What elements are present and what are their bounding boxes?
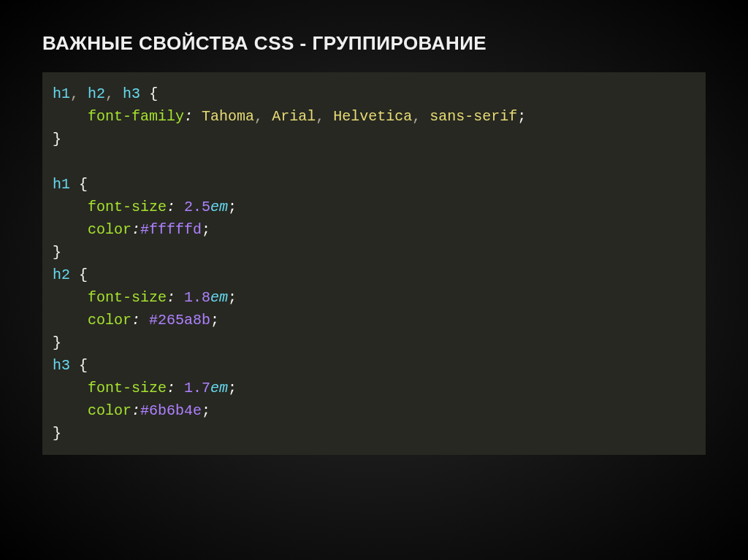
indent bbox=[53, 380, 88, 396]
code-line: } bbox=[53, 425, 61, 442]
selector-h3: h3 bbox=[123, 85, 140, 102]
code-line: font-size: 1.7em; bbox=[53, 380, 237, 396]
selector-h1: h1 bbox=[53, 85, 70, 102]
space bbox=[70, 357, 79, 374]
space bbox=[175, 289, 184, 306]
space bbox=[140, 312, 149, 329]
semicolon: ; bbox=[228, 380, 237, 396]
indent bbox=[53, 108, 88, 125]
colon: : bbox=[184, 108, 193, 125]
space bbox=[70, 176, 79, 193]
code-line: } bbox=[53, 334, 61, 351]
property-font-size: font-size bbox=[88, 199, 167, 215]
comma: , bbox=[412, 108, 421, 125]
close-brace: } bbox=[53, 334, 61, 351]
selector-h2: h2 bbox=[88, 85, 105, 102]
code-line: color:#6b6b4e; bbox=[53, 402, 210, 419]
number: 2.5 bbox=[184, 199, 210, 215]
colon: : bbox=[167, 289, 175, 306]
code-line: h3 { bbox=[53, 357, 88, 374]
property-color: color bbox=[88, 221, 131, 238]
unit-em: em bbox=[210, 289, 228, 306]
value-sans-serif: sans-serif bbox=[430, 108, 517, 125]
code-line: color: #265a8b; bbox=[53, 312, 219, 329]
indent bbox=[53, 312, 88, 329]
hex-color: #6b6b4e bbox=[140, 402, 202, 419]
code-line: font-size: 2.5em; bbox=[53, 199, 237, 215]
comma: , bbox=[254, 108, 263, 125]
property-font-size: font-size bbox=[88, 380, 167, 396]
close-brace: } bbox=[53, 131, 61, 147]
open-brace: { bbox=[149, 85, 158, 102]
colon: : bbox=[131, 402, 140, 419]
comma: , bbox=[105, 85, 114, 102]
semicolon: ; bbox=[202, 402, 210, 419]
space bbox=[175, 199, 184, 215]
space bbox=[324, 108, 333, 125]
value-tahoma: Tahoma bbox=[202, 108, 254, 125]
code-line: h1 { bbox=[53, 176, 88, 193]
property-color: color bbox=[88, 312, 131, 329]
value-helvetica: Helvetica bbox=[333, 108, 412, 125]
open-brace: { bbox=[79, 357, 88, 374]
space bbox=[193, 108, 202, 125]
code-line: } bbox=[53, 244, 61, 261]
open-brace: { bbox=[79, 266, 88, 283]
space bbox=[175, 380, 184, 396]
hex-color: #265a8b bbox=[149, 312, 210, 329]
code-line: h1, h2, h3 { bbox=[53, 85, 158, 102]
code-line: } bbox=[53, 131, 61, 147]
indent bbox=[53, 221, 88, 238]
space bbox=[70, 266, 79, 283]
hex-color: #fffffd bbox=[140, 221, 202, 238]
number: 1.7 bbox=[184, 380, 210, 396]
indent bbox=[53, 289, 88, 306]
semicolon: ; bbox=[210, 312, 219, 329]
selector-h1: h1 bbox=[53, 176, 70, 193]
space bbox=[263, 108, 272, 125]
semicolon: ; bbox=[228, 199, 237, 215]
slide: ВАЖНЫЕ СВОЙСТВА CSS - ГРУППИРОВАНИЕ h1, … bbox=[0, 0, 748, 560]
code-block: h1, h2, h3 { font-family: Tahoma, Arial,… bbox=[42, 72, 706, 455]
indent bbox=[53, 402, 88, 419]
code-line: h2 { bbox=[53, 266, 88, 283]
space bbox=[79, 85, 88, 102]
property-color: color bbox=[88, 402, 131, 419]
number: 1.8 bbox=[184, 289, 210, 306]
code-line: font-size: 1.8em; bbox=[53, 289, 237, 306]
comma: , bbox=[70, 85, 79, 102]
semicolon: ; bbox=[228, 289, 237, 306]
value-arial: Arial bbox=[272, 108, 316, 125]
selector-h3: h3 bbox=[53, 357, 70, 374]
close-brace: } bbox=[53, 244, 61, 261]
semicolon: ; bbox=[202, 221, 210, 238]
space bbox=[114, 85, 123, 102]
open-brace: { bbox=[79, 176, 88, 193]
unit-em: em bbox=[210, 199, 228, 215]
indent bbox=[53, 199, 88, 215]
slide-title: ВАЖНЫЕ СВОЙСТВА CSS - ГРУППИРОВАНИЕ bbox=[42, 32, 706, 55]
space bbox=[421, 108, 430, 125]
colon: : bbox=[131, 312, 140, 329]
semicolon: ; bbox=[517, 108, 526, 125]
property-font-family: font-family bbox=[88, 108, 184, 125]
comma: , bbox=[316, 108, 324, 125]
selector-h2: h2 bbox=[53, 266, 70, 283]
colon: : bbox=[167, 380, 175, 396]
code-line: font-family: Tahoma, Arial, Helvetica, s… bbox=[53, 108, 526, 125]
close-brace: } bbox=[53, 425, 61, 442]
colon: : bbox=[167, 199, 175, 215]
space bbox=[140, 85, 149, 102]
property-font-size: font-size bbox=[88, 289, 167, 306]
unit-em: em bbox=[210, 380, 228, 396]
colon: : bbox=[131, 221, 140, 238]
code-line: color:#fffffd; bbox=[53, 221, 210, 238]
